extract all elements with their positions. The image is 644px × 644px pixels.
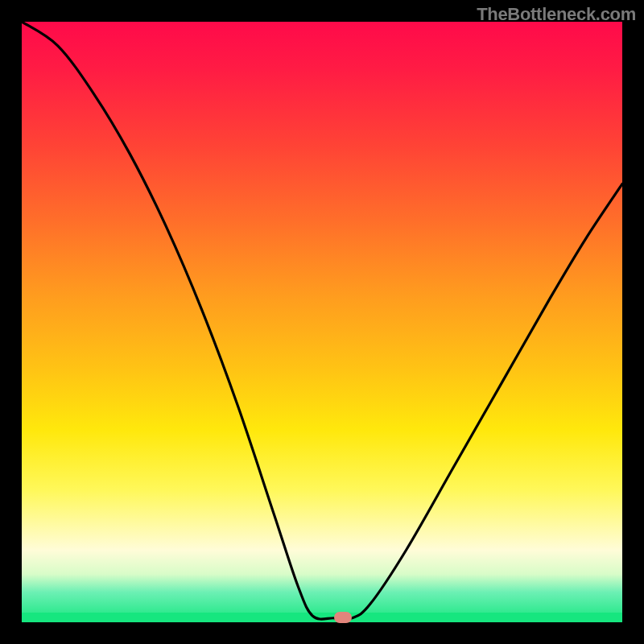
optimal-marker: [334, 612, 352, 623]
attribution-text: TheBottleneck.com: [477, 4, 636, 25]
chart-container: TheBottleneck.com: [0, 0, 644, 644]
green-band: [22, 613, 622, 622]
plot-area: [22, 22, 622, 622]
bottleneck-curve: [22, 22, 622, 622]
